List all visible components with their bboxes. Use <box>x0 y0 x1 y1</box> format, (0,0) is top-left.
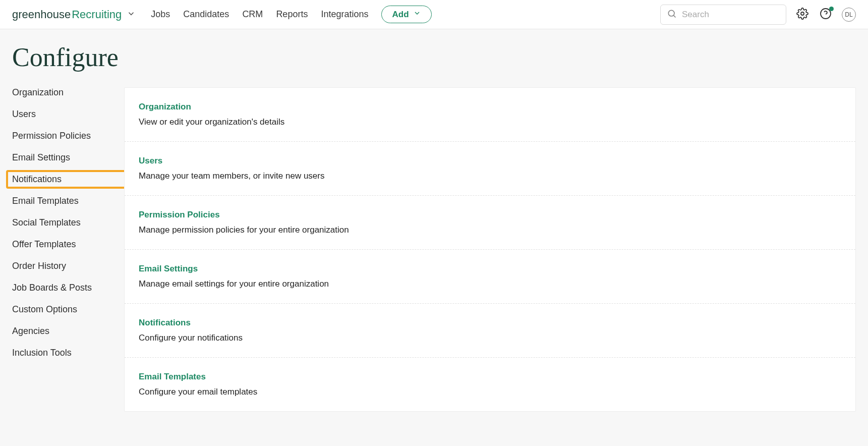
gear-icon <box>796 8 808 22</box>
section-notifications: NotificationsConfigure your notification… <box>125 318 855 358</box>
nav-jobs[interactable]: Jobs <box>151 9 170 20</box>
nav-reports[interactable]: Reports <box>276 9 308 20</box>
section-description: Configure your notifications <box>139 333 841 343</box>
chevron-down-icon <box>413 9 421 20</box>
sidebar-item-agencies[interactable]: Agencies <box>12 326 124 337</box>
sidebar-item-custom-options[interactable]: Custom Options <box>12 304 124 315</box>
search-field[interactable] <box>660 5 786 25</box>
section-title-link[interactable]: Users <box>139 156 162 166</box>
user-avatar[interactable]: DL <box>842 8 856 22</box>
sidebar-item-job-boards-posts[interactable]: Job Boards & Posts <box>12 283 124 293</box>
section-description: View or edit your organization's details <box>139 117 841 127</box>
content-card: OrganizationView or edit your organizati… <box>124 87 856 412</box>
topbar: greenhouseRecruiting Jobs Candidates CRM… <box>0 0 868 29</box>
sidebar-item-order-history[interactable]: Order History <box>12 261 124 271</box>
logo-word2: Recruiting <box>72 8 122 21</box>
settings-button[interactable] <box>795 8 809 22</box>
section-permission-policies: Permission PoliciesManage permission pol… <box>125 210 855 250</box>
section-organization: OrganizationView or edit your organizati… <box>125 102 855 142</box>
page-title: Configure <box>0 29 868 87</box>
section-email-settings: Email SettingsManage email settings for … <box>125 264 855 304</box>
section-title-link[interactable]: Email Settings <box>139 264 198 274</box>
search-icon <box>667 9 677 21</box>
sidebar-item-users[interactable]: Users <box>12 109 124 120</box>
brand-switcher[interactable]: greenhouseRecruiting <box>12 8 136 21</box>
section-users: UsersManage your team members, or invite… <box>125 156 855 196</box>
section-description: Manage permission policies for your enti… <box>139 225 841 235</box>
sidebar: OrganizationUsersPermission PoliciesEmai… <box>12 87 124 358</box>
logo: greenhouseRecruiting <box>12 8 122 21</box>
sidebar-item-email-settings[interactable]: Email Settings <box>12 152 124 163</box>
nav-candidates[interactable]: Candidates <box>183 9 229 20</box>
add-button-label: Add <box>392 10 409 20</box>
section-email-templates: Email TemplatesConfigure your email temp… <box>125 372 855 411</box>
section-title-link[interactable]: Organization <box>139 102 191 112</box>
section-description: Manage your team members, or invite new … <box>139 171 841 181</box>
sidebar-item-inclusion-tools[interactable]: Inclusion Tools <box>12 348 124 358</box>
sidebar-item-offer-templates[interactable]: Offer Templates <box>12 239 124 250</box>
sidebar-item-email-templates[interactable]: Email Templates <box>12 196 124 206</box>
sidebar-item-permission-policies[interactable]: Permission Policies <box>12 131 124 141</box>
sidebar-item-organization[interactable]: Organization <box>12 87 124 98</box>
svg-point-2 <box>801 12 804 15</box>
help-button[interactable] <box>819 8 833 22</box>
chevron-down-icon <box>127 9 136 20</box>
search-input[interactable] <box>682 10 789 20</box>
notification-dot <box>829 7 834 11</box>
section-title-link[interactable]: Permission Policies <box>139 210 220 220</box>
section-title-link[interactable]: Notifications <box>139 318 191 328</box>
section-description: Configure your email templates <box>139 387 841 397</box>
nav-crm[interactable]: CRM <box>242 9 263 20</box>
sidebar-item-notifications[interactable]: Notifications <box>6 170 130 189</box>
add-button[interactable]: Add <box>381 6 431 23</box>
section-title-link[interactable]: Email Templates <box>139 372 206 382</box>
logo-word1: greenhouse <box>12 8 71 21</box>
main-layout: OrganizationUsersPermission PoliciesEmai… <box>0 87 868 432</box>
section-description: Manage email settings for your entire or… <box>139 279 841 289</box>
svg-line-1 <box>674 15 676 17</box>
sidebar-item-social-templates[interactable]: Social Templates <box>12 217 124 228</box>
svg-point-0 <box>668 10 674 16</box>
primary-nav: Jobs Candidates CRM Reports Integrations <box>151 9 368 20</box>
nav-integrations[interactable]: Integrations <box>321 9 368 20</box>
